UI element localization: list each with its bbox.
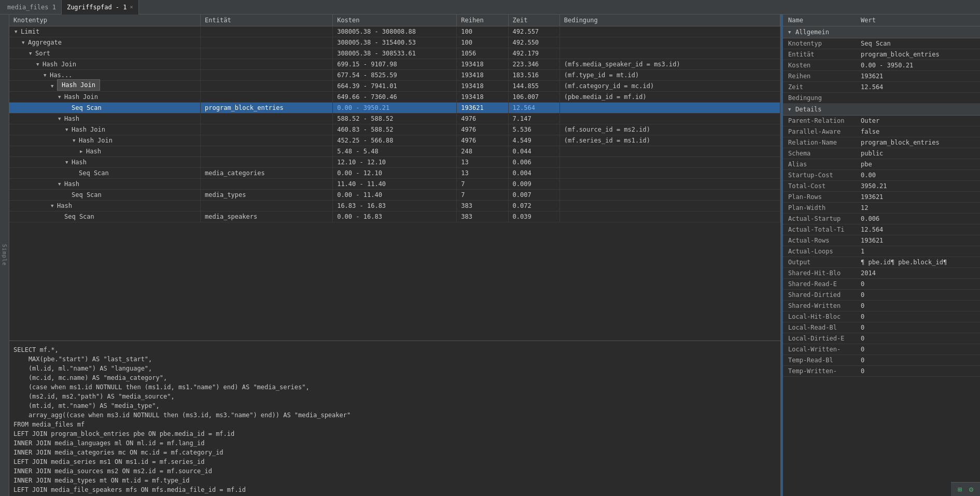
allgemein-section-header[interactable]: ▼ Allgemein	[783, 26, 980, 38]
cell-zeit: 0.009	[508, 179, 559, 190]
cell-entitaet	[201, 26, 333, 37]
node-label: Aggregate	[28, 39, 62, 46]
prop-name: Startup-Cost	[783, 170, 856, 181]
cell-knotentyp: Seq Scan	[9, 211, 201, 222]
node-label: Limit	[21, 28, 39, 35]
prop-name: Local-Read-Bl	[783, 322, 856, 333]
cell-knotentyp: ▼Hash	[9, 201, 201, 211]
cell-kosten: 11.40 - 11.40	[333, 179, 457, 190]
cell-entitaet	[201, 124, 333, 135]
expand-icon[interactable]: ▼	[51, 203, 56, 208]
table-row[interactable]: ▼Aggregate308005.38 - 315400.53100492.55…	[9, 37, 780, 48]
expand-icon[interactable]: ▼	[58, 181, 63, 187]
cell-entitaet	[201, 81, 333, 92]
table-row[interactable]: Seq Scanprogram_block_entries0.00 - 3950…	[9, 103, 780, 114]
close-icon[interactable]: ×	[130, 4, 133, 10]
table-row[interactable]: Seq Scanmedia_types0.00 - 11.4070.007	[9, 190, 780, 201]
table-header-row: Knotentyp Entität Kosten Reihen Zeit Bed…	[9, 15, 780, 26]
table-row[interactable]: ▼Hash Join649.66 - 7360.46193418106.007(…	[9, 92, 780, 103]
prop-value: 0.006	[856, 214, 980, 224]
cell-bedingung	[559, 48, 780, 59]
table-row[interactable]: ▼Hash Join460.83 - 588.5249765.536(mf.so…	[9, 124, 780, 135]
expand-icon[interactable]: ▼	[36, 62, 41, 67]
prop-value: 1	[856, 246, 980, 257]
cell-kosten: 308005.38 - 308533.61	[333, 48, 457, 59]
cell-zeit: 492.557	[508, 26, 559, 37]
prop-value: 193621	[856, 71, 980, 82]
expand-icon[interactable]: ▼	[29, 51, 34, 56]
cell-bedingung: (mf.source_id = ms2.id)	[559, 124, 780, 135]
cell-zeit: 0.004	[508, 168, 559, 179]
prop-value: false	[856, 126, 980, 137]
table-row[interactable]: ▼Has...677.54 - 8525.59193418183.516(mf.…	[9, 70, 780, 81]
cell-zeit: 144.855	[508, 81, 559, 92]
prop-value: 0	[856, 311, 980, 322]
cell-zeit: 0.039	[508, 211, 559, 222]
prop-value: 193621	[856, 235, 980, 246]
expand-icon[interactable]: ▼	[22, 40, 27, 45]
prop-value: 12.564	[856, 224, 980, 235]
prop-value: 0	[856, 322, 980, 333]
right-panel: Name Wert ▼ Allgemein KnotentypSeq ScanE…	[783, 15, 980, 496]
resize-handle[interactable]	[781, 15, 783, 496]
cell-knotentyp: Seq Scan	[9, 190, 201, 201]
cell-kosten: 12.10 - 12.10	[333, 157, 457, 168]
prop-value: 0	[856, 290, 980, 301]
cell-zeit: 0.044	[508, 146, 559, 157]
table-row[interactable]: ▼Hash16.83 - 16.833830.072	[9, 201, 780, 211]
cell-bedingung: (mf.type_id = mt.id)	[559, 70, 780, 81]
node-label: Hash	[72, 159, 87, 166]
prop-row: Local-Hit-Bloc0	[783, 311, 980, 322]
prop-row: Local-Written-0	[783, 344, 980, 355]
expand-icon[interactable]: ▼	[44, 73, 49, 78]
table-row[interactable]: ▼Hash Join699.15 - 9107.98193418223.346(…	[9, 59, 780, 70]
expand-icon[interactable]: ▼	[58, 116, 63, 121]
col-zeit: Zeit	[508, 15, 559, 26]
table-row[interactable]: Seq Scanmedia_categories0.00 - 12.10130.…	[9, 168, 780, 179]
tab-media-files[interactable]: media_files 1	[2, 0, 62, 15]
table-row[interactable]: Seq Scanmedia_speakers0.00 - 16.833830.0…	[9, 211, 780, 222]
cell-knotentyp: ▼Hash Join	[9, 135, 201, 146]
tab-zugriffspfad[interactable]: Zugriffspfad - 1 ×	[62, 0, 139, 15]
cell-kosten: 460.83 - 588.52	[333, 124, 457, 135]
prop-name: Local-Written-	[783, 344, 856, 355]
expand-icon[interactable]: ▼	[51, 83, 56, 89]
prop-value: 12	[856, 203, 980, 214]
prop-row: Shared-Hit-Blo2014	[783, 268, 980, 279]
table-row[interactable]: ▼Hash Join452.25 - 566.8849764.549(mf.se…	[9, 135, 780, 146]
table-row[interactable]: ▼Hash588.52 - 588.5249767.147	[9, 114, 780, 124]
grid-icon[interactable]: ⊞	[955, 485, 964, 494]
col-bedingung: Bedingung	[559, 15, 780, 26]
cell-knotentyp: Seq Scan	[9, 103, 201, 114]
expand-icon[interactable]: ▼	[65, 127, 71, 132]
prop-value: public	[856, 148, 980, 159]
cell-reihen: 193418	[457, 81, 508, 92]
prop-name: Shared-Written	[783, 301, 856, 311]
expand-icon[interactable]: ▼	[15, 29, 20, 34]
settings-icon[interactable]: ⚙	[967, 485, 976, 494]
table-row[interactable]: ▼Hash11.40 - 11.4070.009	[9, 179, 780, 190]
table-row[interactable]: ▼Limit308005.38 - 308008.88100492.557	[9, 26, 780, 37]
plan-table-container[interactable]: Knotentyp Entität Kosten Reihen Zeit Bed…	[9, 15, 780, 341]
expand-icon[interactable]: ▼	[73, 138, 78, 143]
sql-text: SELECT mf.*, MAX(pbe."start") AS "last_s…	[13, 345, 776, 496]
table-row[interactable]: ▼Hash Join664.39 - 7941.01193418144.855(…	[9, 81, 780, 92]
expand-icon[interactable]: ▼	[65, 160, 71, 165]
node-label: Hash	[86, 148, 101, 155]
expand-icon[interactable]: ▼	[58, 94, 63, 100]
cell-knotentyp: ▼Hash Join	[9, 81, 201, 92]
table-row[interactable]: ▶Hash5.48 - 5.482480.044	[9, 146, 780, 157]
prop-name: Reihen	[783, 71, 856, 82]
expand-icon[interactable]: ▶	[80, 149, 85, 154]
table-row[interactable]: ▼Hash12.10 - 12.10130.006	[9, 157, 780, 168]
node-label: Seq Scan	[64, 213, 94, 220]
table-row[interactable]: ▼Sort308005.38 - 308533.611056492.179	[9, 48, 780, 59]
details-section-header[interactable]: ▼ Details	[783, 104, 980, 116]
prop-name: Shared-Read-E	[783, 279, 856, 290]
col-reihen: Reihen	[457, 15, 508, 26]
cell-knotentyp: ▼Hash Join	[9, 59, 201, 70]
col-kosten: Kosten	[333, 15, 457, 26]
col-entitaet: Entität	[201, 15, 333, 26]
prop-name: Zeit	[783, 82, 856, 93]
node-label: Hash	[64, 115, 79, 122]
